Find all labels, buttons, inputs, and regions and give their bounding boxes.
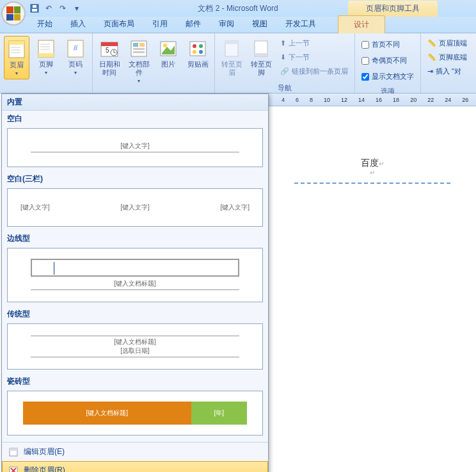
horizontal-ruler[interactable]: 468101214161820222426 xyxy=(269,94,476,106)
group-options: 首页不同 奇偶页不同 显示文档文字 选项 xyxy=(355,33,421,93)
title-bar: ↶ ↷ ▾ 文档 2 - Microsoft Word 页眉和页脚工具 xyxy=(0,0,476,17)
pagenum-label: 页码 xyxy=(68,60,83,69)
pagenum-icon: # xyxy=(65,38,86,59)
ruler-icon: 📏 xyxy=(427,53,436,61)
svg-rect-16 xyxy=(101,42,118,46)
tab-design[interactable]: 设计 xyxy=(338,15,385,33)
undo-icon[interactable]: ↶ xyxy=(44,3,54,13)
document-header[interactable]: 百度↵ ↵ xyxy=(294,158,450,176)
pagenum-button[interactable]: # 页码 ▾ xyxy=(63,36,88,78)
svg-rect-37 xyxy=(255,53,267,56)
context-group-label: 页眉和页脚工具 xyxy=(348,1,438,17)
svg-rect-9 xyxy=(38,53,54,57)
tab-review[interactable]: 审阅 xyxy=(210,15,243,33)
redo-icon[interactable]: ↷ xyxy=(58,3,68,13)
quickparts-icon xyxy=(129,38,149,59)
header-boundary xyxy=(294,183,450,184)
edit-header-menuitem[interactable]: 编辑页眉(E) xyxy=(2,443,268,461)
preview-traditional: [键入文档标题] [选取日期] xyxy=(7,323,263,370)
svg-point-28 xyxy=(163,44,167,47)
gallery-section-header: 内置 xyxy=(2,94,268,111)
header-button[interactable]: 页眉 ▾ xyxy=(4,36,29,79)
tab-view[interactable]: 视图 xyxy=(243,15,276,33)
diff-first-checkbox[interactable]: 首页不同 xyxy=(359,38,416,51)
preview-blank: [键入文字] xyxy=(7,128,263,167)
tab-references[interactable]: 引用 xyxy=(143,15,177,33)
header-top-button[interactable]: 📏页眉顶端 xyxy=(425,37,470,49)
svg-rect-22 xyxy=(133,43,138,47)
picture-button[interactable]: 图片 xyxy=(155,36,181,71)
header-text: 百度 xyxy=(361,158,379,168)
svg-rect-2 xyxy=(33,5,36,8)
datetime-button[interactable]: 5 日期和 时间 xyxy=(97,36,122,79)
paragraph-mark-icon: ↵ xyxy=(294,169,450,176)
chevron-down-icon: ▾ xyxy=(45,70,47,76)
ribbon-tabs: 开始 插入 页面布局 引用 邮件 审阅 视图 开发工具 设计 xyxy=(0,17,476,33)
gallery-item-tiles[interactable]: 瓷砖型 [键入文档标题][年] xyxy=(7,376,263,435)
svg-rect-29 xyxy=(190,42,205,56)
quickparts-button[interactable]: 文档部件 ▾ xyxy=(126,36,152,86)
down-arrow-icon: ⬇ xyxy=(280,53,286,61)
goto-header-label: 转至页眉 xyxy=(220,60,243,77)
gallery-footer: 编辑页眉(E) 删除页眉(R) xyxy=(2,442,268,472)
svg-text:5: 5 xyxy=(106,47,109,54)
svg-rect-1 xyxy=(32,9,37,12)
chevron-down-icon: ▾ xyxy=(15,70,18,76)
group-header-footer: 页眉 ▾ 页脚 ▾ # 页码 ▾ xyxy=(0,33,93,93)
tab-home[interactable]: 开始 xyxy=(28,15,61,33)
clipart-label: 剪贴画 xyxy=(187,60,209,69)
remove-icon xyxy=(8,466,19,473)
next-section-button[interactable]: ⬇下一节 xyxy=(278,51,351,63)
show-doc-checkbox[interactable]: 显示文档文字 xyxy=(359,70,416,83)
svg-point-31 xyxy=(199,44,203,48)
svg-rect-24 xyxy=(133,48,145,50)
quickparts-label: 文档部件 xyxy=(127,60,150,77)
picture-label: 图片 xyxy=(161,60,175,69)
preview-sideline: [键入文档标题] xyxy=(7,248,263,302)
tab-layout[interactable]: 页面布局 xyxy=(95,15,143,33)
footer-bottom-button[interactable]: 📏页脚底端 xyxy=(425,51,470,63)
calendar-icon: 5 xyxy=(99,38,120,59)
gallery-item-traditional[interactable]: 传统型 [键入文档标题] [选取日期] xyxy=(7,309,263,370)
header-gallery-dropdown: 内置 空白 [键入文字] 空白(三栏) [键入文字][键入文字][键入文字] 边… xyxy=(1,94,269,472)
insert-align-button[interactable]: ⇥插入 "对 xyxy=(425,65,470,77)
save-icon[interactable] xyxy=(29,3,40,13)
goto-footer-label: 转至页脚 xyxy=(250,60,273,77)
group-navigation: 转至页眉 转至页脚 ⬆上一节 ⬇下一节 🔗链接到前一条页眉 导航 xyxy=(215,33,355,93)
tab-icon: ⇥ xyxy=(427,67,433,76)
remove-header-menuitem[interactable]: 删除页眉(R) xyxy=(2,461,268,472)
paragraph-mark-icon: ↵ xyxy=(379,160,384,167)
gallery-item-blank[interactable]: 空白 [键入文字] xyxy=(7,113,263,167)
qat-dropdown-icon[interactable]: ▾ xyxy=(72,3,82,13)
svg-point-32 xyxy=(193,50,196,54)
goto-header-button[interactable]: 转至页眉 xyxy=(219,36,244,79)
contextual-tab-group: 页眉和页脚工具 xyxy=(348,0,438,17)
footer-icon xyxy=(36,38,56,59)
tab-mailings[interactable]: 邮件 xyxy=(177,15,210,33)
group-position: 📏页眉顶端 📏页脚底端 ⇥插入 "对 xyxy=(421,33,473,93)
gallery-item-sideline[interactable]: 边线型 [键入文档标题] xyxy=(7,233,263,302)
group-label-nav: 导航 xyxy=(215,82,354,94)
diff-oddeven-checkbox[interactable]: 奇偶页不同 xyxy=(359,54,416,67)
link-previous-button[interactable]: 🔗链接到前一条页眉 xyxy=(278,65,351,77)
clipart-button[interactable]: 剪贴画 xyxy=(185,36,210,71)
svg-rect-4 xyxy=(9,41,24,45)
svg-rect-23 xyxy=(139,43,145,47)
edit-icon xyxy=(8,447,19,457)
tab-insert[interactable]: 插入 xyxy=(61,15,95,33)
tab-developer[interactable]: 开发工具 xyxy=(276,15,325,33)
goto-footer-button[interactable]: 转至页脚 xyxy=(248,36,274,79)
group-insert: 5 日期和 时间 文档部件 ▾ 图片 剪贴画 xyxy=(93,33,215,93)
svg-rect-35 xyxy=(225,41,238,44)
footer-label: 页脚 xyxy=(39,60,53,69)
window-title: 文档 2 - Microsoft Word xyxy=(198,3,278,14)
svg-point-33 xyxy=(199,50,203,54)
link-icon: 🔗 xyxy=(280,67,289,76)
up-arrow-icon: ⬆ xyxy=(280,39,286,47)
gallery-item-blank3[interactable]: 空白(三栏) [键入文字][键入文字][键入文字] xyxy=(7,174,263,227)
office-button[interactable] xyxy=(1,1,26,26)
prev-section-button[interactable]: ⬆上一节 xyxy=(278,37,351,49)
chevron-down-icon: ▾ xyxy=(74,70,77,76)
page[interactable]: 百度↵ ↵ xyxy=(269,106,476,235)
footer-button[interactable]: 页脚 ▾ xyxy=(33,36,59,78)
